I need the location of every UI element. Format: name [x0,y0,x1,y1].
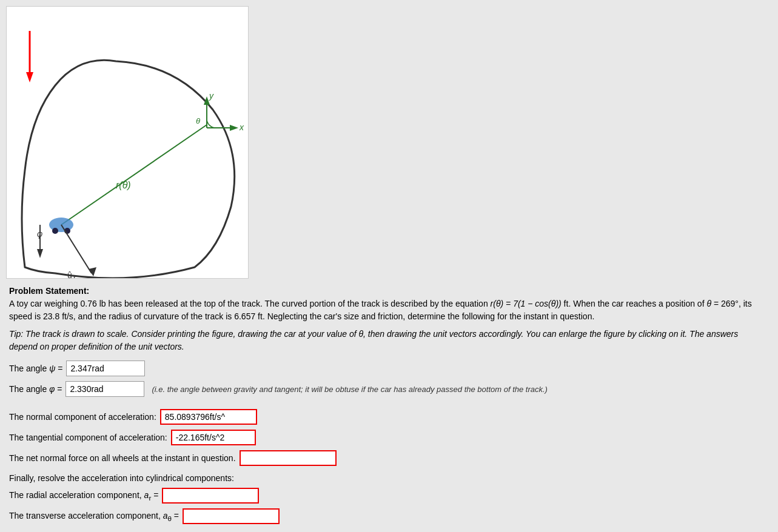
theta-value: θ = 269° [706,299,739,308]
angle-psi-label: The angle ψ = [9,364,62,373]
transverse-acc-row: The transverse acceleration component, a… [9,508,767,524]
svg-text:û: û [67,270,72,279]
problem-text2: ft. When the car reaches a position of [562,299,707,308]
radial-acc-row: The radial acceleration component, ar = [9,488,767,504]
tangential-acc-label: The tangential component of acceleration… [9,433,167,442]
transverse-acc-input[interactable] [183,508,280,524]
angle-psi-row: The angle ψ = [9,361,767,376]
net-normal-row: The net normal force on all wheels at th… [9,450,767,466]
page-container: r(θ) y x θ φ [6,6,772,524]
problem-section: Problem Statement: A toy car weighing 0.… [6,285,770,524]
normal-acc-label: The normal component of acceleration: [9,412,156,422]
tangential-acc-input[interactable] [171,430,256,445]
angle-phi-hint: (i.e. the angle between gravity and tang… [152,385,548,394]
finally-text: Finally, resolve the acceleration into c… [9,473,767,483]
angle-phi-label: The angle φ = [9,384,62,394]
svg-text:θ: θ [196,116,200,125]
normal-acc-input[interactable] [160,409,257,425]
tangential-acc-row: The tangential component of acceleration… [9,430,767,445]
tip-text: Tip: The track is drawn to scale. Consid… [9,328,767,353]
svg-point-13 [52,228,58,234]
problem-label: Problem Statement: [9,286,89,296]
problem-equation: r(θ) = 7(1 − cos(θ)) [491,299,562,308]
svg-text:x: x [239,122,244,132]
normal-acc-row: The normal component of acceleration: [9,409,767,425]
svg-text:r(θ): r(θ) [116,180,131,190]
radial-acc-label: The radial acceleration component, ar = [9,490,158,502]
figure-box[interactable]: r(θ) y x θ φ [6,6,249,279]
net-normal-label: The net normal force on all wheels at th… [9,453,236,463]
svg-text:y: y [209,91,214,101]
transverse-acc-label: The transverse acceleration component, a… [9,511,179,522]
radial-acc-input[interactable] [162,488,259,504]
problem-text1: A toy car weighing 0.76 lb has been rele… [9,299,491,308]
angle-psi-input[interactable] [66,361,145,376]
svg-rect-0 [7,7,249,279]
angle-phi-input[interactable] [65,381,144,397]
angle-phi-row: The angle φ = (i.e. the angle between gr… [9,381,767,397]
net-normal-input[interactable] [240,450,337,466]
problem-statement: Problem Statement: A toy car weighing 0.… [9,285,767,323]
